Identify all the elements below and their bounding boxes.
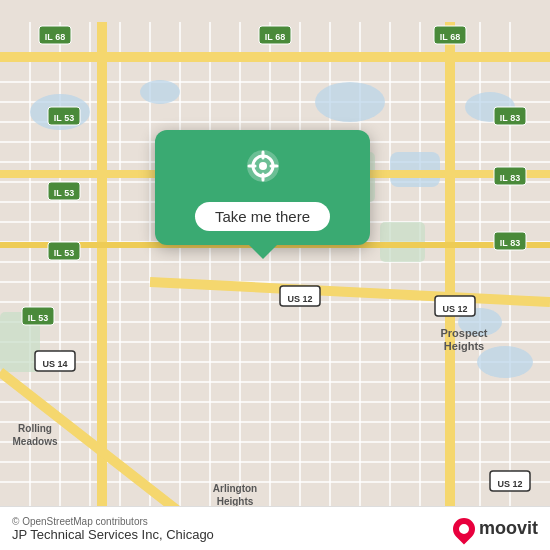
svg-text:Rolling: Rolling: [18, 423, 52, 434]
svg-text:Heights: Heights: [444, 340, 484, 352]
place-name: JP Technical Services Inc, Chicago: [12, 527, 214, 542]
svg-text:IL 68: IL 68: [265, 32, 285, 42]
svg-rect-45: [390, 152, 440, 187]
map-svg: IL 68 IL 68 IL 68 IL 53 IL 53 IL 53 IL 5…: [0, 0, 550, 550]
svg-point-41: [315, 82, 385, 122]
take-me-there-button[interactable]: Take me there: [195, 202, 330, 231]
map-attribution: © OpenStreetMap contributors: [12, 516, 214, 527]
svg-text:Prospect: Prospect: [440, 327, 487, 339]
location-pin-icon: [241, 148, 285, 192]
svg-point-92: [259, 162, 267, 170]
bottom-bar-left: © OpenStreetMap contributors JP Technica…: [12, 516, 214, 542]
moovit-logo: moovit: [453, 518, 538, 540]
svg-rect-0: [0, 22, 550, 528]
svg-text:IL 53: IL 53: [28, 313, 48, 323]
svg-text:US 12: US 12: [287, 294, 312, 304]
moovit-text: moovit: [479, 518, 538, 539]
svg-text:IL 53: IL 53: [54, 188, 74, 198]
svg-text:IL 83: IL 83: [500, 173, 520, 183]
bottom-bar: © OpenStreetMap contributors JP Technica…: [0, 506, 550, 550]
map-container: IL 68 IL 68 IL 68 IL 53 IL 53 IL 53 IL 5…: [0, 0, 550, 550]
moovit-icon: [448, 513, 479, 544]
svg-point-40: [140, 80, 180, 104]
svg-text:US 12: US 12: [497, 479, 522, 489]
svg-text:IL 53: IL 53: [54, 248, 74, 258]
svg-text:IL 83: IL 83: [500, 238, 520, 248]
svg-rect-53: [445, 22, 455, 528]
svg-text:US 14: US 14: [42, 359, 67, 369]
svg-text:IL 83: IL 83: [500, 113, 520, 123]
svg-text:Arlington: Arlington: [213, 483, 257, 494]
svg-text:IL 68: IL 68: [440, 32, 460, 42]
popup-card: Take me there: [155, 130, 370, 245]
svg-point-44: [477, 346, 533, 378]
svg-text:Meadows: Meadows: [12, 436, 57, 447]
svg-text:US 12: US 12: [442, 304, 467, 314]
svg-rect-51: [0, 52, 550, 62]
svg-text:IL 68: IL 68: [45, 32, 65, 42]
svg-text:IL 53: IL 53: [54, 113, 74, 123]
